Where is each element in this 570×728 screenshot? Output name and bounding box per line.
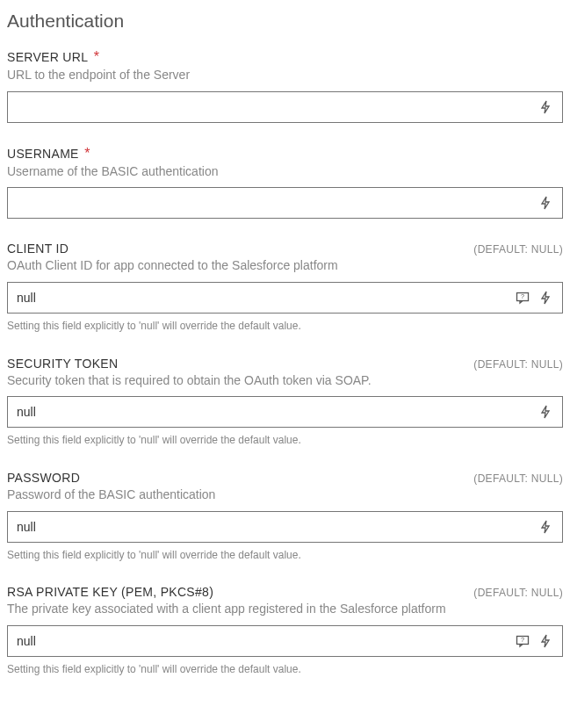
bolt-icon[interactable]	[538, 99, 553, 115]
input-wrapper-password	[7, 511, 563, 543]
field-server-url: SERVER URL * URL to the endpoint of the …	[7, 49, 563, 123]
field-password: PASSWORD (DEFAULT: NULL) Password of the…	[7, 471, 563, 562]
bolt-icon[interactable]	[538, 519, 553, 535]
field-label-rsa-private-key: RSA PRIVATE KEY (PEM, PKCS#8)	[7, 585, 213, 599]
bolt-icon[interactable]	[538, 290, 553, 306]
comment-icon[interactable]: ?	[515, 633, 530, 649]
field-label-client-id: CLIENT ID	[7, 241, 69, 256]
field-label-password: PASSWORD	[7, 471, 80, 485]
rsa-private-key-input[interactable]	[8, 626, 515, 656]
server-url-input[interactable]	[8, 92, 538, 122]
field-note-security-token: Setting this field explicitly to 'null' …	[7, 433, 563, 448]
required-asterisk: *	[84, 146, 90, 161]
input-wrapper-username	[7, 187, 563, 219]
input-icons	[538, 519, 562, 535]
field-description-password: Password of the BASIC authentication	[7, 487, 563, 504]
input-icons: ?	[515, 290, 562, 306]
svg-text:?: ?	[521, 637, 524, 643]
field-header: CLIENT ID (DEFAULT: NULL)	[7, 241, 563, 256]
input-wrapper-client-id: ?	[7, 282, 563, 314]
field-note-password: Setting this field explicitly to 'null' …	[7, 548, 563, 563]
field-description-client-id: OAuth Client ID for app connected to the…	[7, 257, 563, 275]
field-client-id: CLIENT ID (DEFAULT: NULL) OAuth Client I…	[7, 241, 563, 333]
field-description-security-token: Security token that is required to obtai…	[7, 372, 563, 390]
input-icons: ?	[515, 633, 562, 649]
default-hint-security-token: (DEFAULT: NULL)	[473, 358, 563, 371]
field-header: PASSWORD (DEFAULT: NULL)	[7, 471, 563, 485]
svg-text:?: ?	[521, 293, 524, 299]
field-description-rsa-private-key: The private key associated with a client…	[7, 601, 563, 618]
bolt-icon[interactable]	[538, 404, 553, 420]
field-label-server-url: SERVER URL	[7, 50, 88, 64]
input-icons	[538, 404, 562, 420]
input-icons	[538, 195, 562, 211]
field-description-username: Username of the BASIC authentication	[7, 163, 563, 181]
input-wrapper-security-token	[7, 396, 563, 428]
default-hint-password: (DEFAULT: NULL)	[473, 472, 563, 485]
password-input[interactable]	[8, 512, 538, 542]
field-label-security-token: SECURITY TOKEN	[7, 357, 118, 371]
field-username: USERNAME * Username of the BASIC authent…	[7, 146, 563, 220]
field-header: SECURITY TOKEN (DEFAULT: NULL)	[7, 357, 563, 371]
required-asterisk: *	[94, 49, 99, 64]
input-wrapper-rsa-private-key: ?	[7, 625, 563, 657]
field-header: SERVER URL *	[7, 49, 563, 65]
field-header: RSA PRIVATE KEY (PEM, PKCS#8) (DEFAULT: …	[7, 585, 563, 599]
client-id-input[interactable]	[8, 283, 515, 313]
security-token-input[interactable]	[8, 397, 538, 427]
field-note-client-id: Setting this field explicitly to 'null' …	[7, 319, 563, 334]
default-hint-client-id: (DEFAULT: NULL)	[473, 243, 563, 256]
username-input[interactable]	[8, 188, 538, 218]
input-icons	[538, 99, 562, 115]
input-wrapper-server-url	[7, 91, 563, 123]
section-title: Authentication	[7, 11, 563, 32]
bolt-icon[interactable]	[538, 633, 553, 649]
field-note-rsa-private-key: Setting this field explicitly to 'null' …	[7, 662, 563, 677]
comment-icon[interactable]: ?	[515, 290, 530, 306]
field-rsa-private-key: RSA PRIVATE KEY (PEM, PKCS#8) (DEFAULT: …	[7, 585, 563, 676]
field-label-username: USERNAME	[7, 147, 79, 161]
default-hint-rsa-private-key: (DEFAULT: NULL)	[473, 587, 563, 599]
field-security-token: SECURITY TOKEN (DEFAULT: NULL) Security …	[7, 357, 563, 448]
bolt-icon[interactable]	[538, 195, 553, 211]
field-header: USERNAME *	[7, 146, 563, 162]
field-description-server-url: URL to the endpoint of the Server	[7, 67, 563, 84]
